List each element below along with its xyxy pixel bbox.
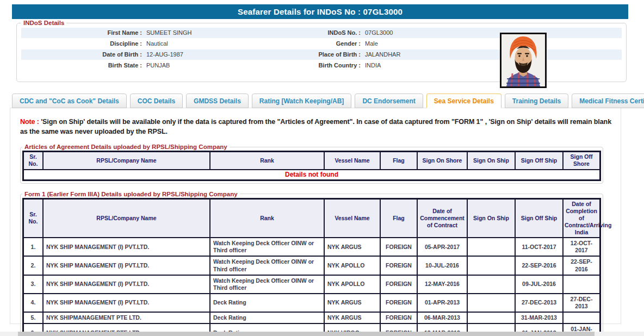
field-value: Male [361,39,622,49]
note-label: Note : [20,118,39,126]
table-cell [563,275,600,294]
table-cell [467,312,515,323]
table-cell: 2. [23,256,44,275]
table-row: 5.NYK SHIPMANAGEMENT PTE LTD.Deck Rating… [23,312,600,323]
field-label: INDoS No. : [300,28,361,38]
tab-content-panel: Note : 'Sign on Ship' details will be av… [10,108,621,324]
form1-table: Sr. No.RPSL/Company NameRankVessel NameF… [22,198,601,336]
table-cell: 27-DEC-2013 [515,294,563,312]
column-header: Sign On Ship [467,152,515,170]
column-header: RPSL/Company Name [43,198,210,238]
table-cell: 22-SEP-2016 [563,256,600,275]
table-cell: 01-APR-2013 [417,294,467,312]
articles-legend: Articles of Agreement Details uploaded b… [22,144,230,150]
table-cell [467,275,515,294]
table-cell: NYK SHIP MANAGEMENT (I) PVT.LTD. [43,275,210,294]
header-row: Sr. No.RPSL/Company NameRankVessel NameF… [23,152,600,170]
table-cell: NYK APOLLO [324,275,380,294]
field-label: Birth State : [21,60,142,71]
table-cell: Watch Keeping Deck Officer OINW or Third… [210,275,324,294]
table-cell: 12-MAY-2016 [417,275,467,294]
note-body: 'Sign on Ship' details will be available… [20,118,611,135]
column-header: Date of Completion of Contract/Arriving … [563,198,600,238]
table-cell: NYK ARGUS [324,312,380,323]
column-header: Sr. No. [23,152,44,170]
field-value: 12-AUG-1987 [142,49,300,60]
table-row: 2.NYK SHIP MANAGEMENT (I) PVT.LTD.Watch … [23,256,600,275]
empty-row: Details not found [23,170,600,181]
note-text: Note : 'Sign on Ship' details will be av… [20,117,612,136]
header-row: Sr. No.RPSL/Company NameRankVessel NameF… [23,198,600,238]
column-header: Flag [380,198,417,238]
field-value: INDIA [361,60,622,71]
table-cell: 12-OCT-2017 [563,238,600,256]
column-header: Sr. No. [23,198,44,238]
table-cell: FOREIGN [380,312,417,323]
table-cell: 22-SEP-2016 [515,256,563,275]
table-cell [467,256,515,275]
table-cell: Watch Keeping Deck Officer OINW or Third… [210,256,324,275]
tab-gmdss-details[interactable]: GMDSS Details [186,94,249,108]
column-header: Flag [380,152,417,170]
table-cell: 1. [23,238,44,256]
table-cell: Watch Keeping Deck Officer OINW or Third… [210,238,324,256]
column-header: RPSL/Company Name [43,152,210,170]
table-cell: 11-OCT-2017 [515,238,563,256]
tab-medical-fitness-certificate[interactable]: Medical Fitness Certificate [572,94,644,108]
table-cell: NYK ARGUS [324,294,380,312]
table-cell: 4. [23,294,44,312]
portrait-illustration [501,34,545,86]
table-cell: Deck Rating [210,312,324,323]
field-value: Nautical [142,39,300,49]
field-label: Discipline : [21,39,142,49]
column-header: Date of Commencement of Contract [417,198,467,238]
scrollbar-thumb[interactable] [18,332,595,336]
field-label: Birth Country : [300,60,361,71]
indos-details-legend: INDoS Details [21,20,66,26]
table-cell: 06-MAR-2013 [417,312,467,323]
table-cell: FOREIGN [380,238,417,256]
column-header: Rank [210,152,324,170]
page-title: Seafarer Details for INDoS No : 07GL3000 [12,4,628,19]
table-cell: 09-JUL-2016 [515,275,563,294]
table-cell: NYK APOLLO [324,256,380,275]
field-value: PUNJAB [142,60,300,71]
table-cell: FOREIGN [380,294,417,312]
tab-bar: CDC and "CoC as Cook" DetailsCOC Details… [12,94,644,108]
table-cell: NYK SHIP MANAGEMENT (I) PVT.LTD. [43,294,210,312]
empty-message: Details not found [23,170,600,181]
table-cell [563,312,600,323]
field-label: Place of Birth : [300,49,361,60]
field-label: First Name : [21,28,142,38]
table-cell: NYK SHIPMANAGEMENT PTE LTD. [43,312,210,323]
table-row: 3.NYK SHIP MANAGEMENT (I) PVT.LTD.Watch … [23,275,600,294]
column-header: Rank [210,198,324,238]
table-cell: 27-DEC-2013 [563,294,600,312]
table-cell: NYK SHIP MANAGEMENT (I) PVT.LTD. [43,238,210,256]
column-header: Sign Off Ship [515,198,563,238]
table-cell: 3. [23,275,44,294]
column-header: Sign On Ship [467,198,515,238]
tab-dc-endorsement[interactable]: DC Endorsement [355,94,423,108]
table-cell: NYK ARGUS [324,238,380,256]
tab-rating-watch-keeping-ab[interactable]: Rating [Watch Keeping/AB] [252,94,352,108]
column-header: Vessel Name [324,152,380,170]
table-cell [467,294,515,312]
table-cell: 05-APR-2017 [417,238,467,256]
table-cell: FOREIGN [380,256,417,275]
tab-sea-service-details[interactable]: Sea Service Details [426,94,501,108]
field-value: JALANDHAR [361,49,622,60]
table-row: 4.NYK SHIP MANAGEMENT (I) PVT.LTD.Deck R… [23,294,600,312]
articles-table: Sr. No.RPSL/Company NameRankVessel NameF… [22,151,601,181]
field-label: Date of Birth : [21,49,142,60]
table-cell: FOREIGN [380,275,417,294]
field-value: SUMEET SINGH [142,28,300,38]
table-cell: 5. [23,312,44,323]
field-value: 07GL3000 [361,28,622,38]
horizontal-scrollbar[interactable] [0,332,644,336]
tab-training-details[interactable]: Training Details [505,94,568,108]
tab-coc-details[interactable]: COC Details [130,94,183,108]
tab-cdc-and-coc-as-cook-details[interactable]: CDC and "CoC as Cook" Details [12,94,127,108]
table-cell: NYK SHIP MANAGEMENT (I) PVT.LTD. [43,256,210,275]
column-header: Sign On Shore [417,152,467,170]
